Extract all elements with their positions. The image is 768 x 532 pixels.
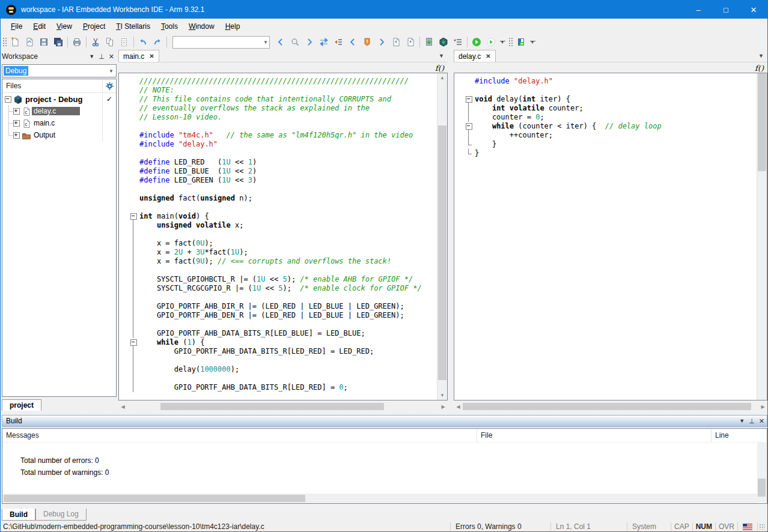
build-panel: Build ▼ ⊥ ✕ Messages File Line Total num… xyxy=(2,415,767,521)
tab-list-icon[interactable]: ▼ xyxy=(439,53,444,59)
minimize-button[interactable]: – xyxy=(684,1,712,19)
new-doc-button[interactable] xyxy=(8,35,22,49)
chevron-down-icon[interactable]: ▼ xyxy=(262,40,269,45)
tab-main-c[interactable]: main.c ✕ xyxy=(118,50,159,62)
tab-close-icon[interactable]: ✕ xyxy=(486,53,490,59)
panel-close-icon[interactable]: ✕ xyxy=(109,53,114,61)
code-editor-main[interactable]: ////////////////////////////////////////… xyxy=(118,73,448,401)
horizontal-scrollbar[interactable]: ◀ ▶ xyxy=(118,402,448,411)
goto-list-button[interactable] xyxy=(331,35,346,49)
debug-no-download-button[interactable] xyxy=(484,35,498,49)
fold-marker[interactable] xyxy=(129,212,139,221)
menu-view[interactable]: View xyxy=(51,20,78,33)
panel-tab-build[interactable]: Build xyxy=(2,509,35,521)
save-all-button[interactable] xyxy=(51,35,66,49)
fold-marker xyxy=(129,365,139,374)
tab-delay-c[interactable]: delay.c ✕ xyxy=(454,50,496,62)
doc-forward-button[interactable] xyxy=(403,35,418,49)
menu-edit[interactable]: Edit xyxy=(28,20,51,33)
toolbar-grip[interactable] xyxy=(508,37,513,47)
tree-item-project-debug[interactable]: project - Debug✓ xyxy=(2,93,116,105)
nav-prev-button[interactable] xyxy=(273,35,288,49)
bookmark-button[interactable] xyxy=(360,35,374,49)
configuration-dropdown[interactable]: Debug ▼ xyxy=(2,64,117,77)
pin-icon[interactable]: ⊥ xyxy=(749,417,755,425)
flash-loader-button[interactable] xyxy=(514,35,528,49)
nav-next-button[interactable] xyxy=(302,35,317,49)
undo-button[interactable] xyxy=(136,35,150,49)
fold-marker[interactable] xyxy=(464,122,475,131)
horizontal-scrollbar[interactable]: ◀ ▶ xyxy=(454,402,767,411)
options-list-button[interactable] xyxy=(451,35,465,49)
download-file-button[interactable] xyxy=(422,35,436,49)
paste-button[interactable] xyxy=(117,35,132,49)
menu-project[interactable]: Project xyxy=(78,20,111,33)
scroll-right-icon[interactable]: ▶ xyxy=(758,404,767,410)
build-horizontal-scrollbar[interactable] xyxy=(2,494,757,503)
fold-margin xyxy=(464,86,475,95)
expand-icon[interactable] xyxy=(13,108,20,115)
resize-grip[interactable] xyxy=(757,522,767,531)
collapse-icon[interactable] xyxy=(5,96,11,103)
toolbar-grip[interactable] xyxy=(2,37,7,47)
scroll-down-icon[interactable]: ▼ xyxy=(437,391,447,400)
menu-tools[interactable]: Tools xyxy=(156,20,183,33)
code-editor-delay[interactable]: #include "delay.h"void delay(int iter) {… xyxy=(454,73,767,401)
close-button[interactable]: ✕ xyxy=(740,1,767,19)
code-line: int volatile counter; xyxy=(464,104,757,113)
maximize-button[interactable]: □ xyxy=(712,1,740,19)
toggle-arrows-button[interactable] xyxy=(317,35,331,49)
doc-back-button[interactable] xyxy=(389,35,403,49)
fold-marker[interactable] xyxy=(129,338,139,347)
menu-file[interactable]: File xyxy=(5,20,28,33)
bookmark-prev-button[interactable] xyxy=(346,35,360,49)
redo-button[interactable] xyxy=(150,35,165,49)
scroll-left-icon[interactable]: ◀ xyxy=(118,404,127,410)
fold-marker[interactable] xyxy=(464,95,475,104)
toolbar-overflow-button[interactable]: ▼ xyxy=(528,35,537,49)
column-file[interactable]: File xyxy=(477,429,712,442)
search-input[interactable] xyxy=(173,38,262,47)
open-doc-button[interactable] xyxy=(22,35,37,49)
search-combobox[interactable]: ▼ xyxy=(172,36,270,49)
code-line: while (1) { xyxy=(129,338,437,347)
column-line[interactable]: Line xyxy=(712,429,767,442)
workspace-tab-project[interactable]: project xyxy=(2,399,41,411)
save-button[interactable] xyxy=(37,35,51,49)
download-debug-button[interactable] xyxy=(469,35,484,49)
make-button[interactable] xyxy=(436,35,451,49)
panel-close-icon[interactable]: ✕ xyxy=(759,417,764,425)
panel-menu-icon[interactable]: ▼ xyxy=(739,418,745,424)
vertical-scrollbar[interactable]: ▲ ▼ xyxy=(437,73,447,400)
menu-window[interactable]: Window xyxy=(183,20,220,33)
vertical-scrollbar[interactable] xyxy=(757,73,767,400)
panel-tab-debug-log[interactable]: Debug Log xyxy=(35,509,87,521)
function-list-button[interactable]: f() xyxy=(435,64,444,73)
tab-close-icon[interactable]: ✕ xyxy=(149,53,154,59)
find-button[interactable] xyxy=(288,35,302,49)
tree-item-main-c[interactable]: cmain.c xyxy=(2,117,116,129)
expand-icon[interactable] xyxy=(13,132,20,139)
expand-icon[interactable] xyxy=(13,120,20,127)
function-list-button[interactable]: f() xyxy=(755,64,764,73)
scroll-up-icon[interactable]: ▲ xyxy=(437,73,447,82)
open-doc-icon xyxy=(25,37,34,47)
tree-item-delay-c[interactable]: cdelay.c xyxy=(2,105,116,117)
cut-button[interactable] xyxy=(88,35,103,49)
build-vertical-scrollbar[interactable] xyxy=(757,442,766,503)
bookmark-next-button[interactable] xyxy=(374,35,389,49)
pin-icon[interactable]: ⊥ xyxy=(99,53,105,61)
print-button[interactable] xyxy=(70,35,84,49)
panel-menu-icon[interactable]: ▼ xyxy=(89,53,94,59)
tree-item-output[interactable]: Output xyxy=(2,129,116,141)
menu-ti-stellaris[interactable]: TI Stellaris xyxy=(111,20,156,33)
settings-column-header[interactable] xyxy=(102,79,116,92)
tab-list-icon[interactable]: ▼ xyxy=(758,53,764,59)
column-messages[interactable]: Messages xyxy=(2,429,477,442)
scroll-right-icon[interactable]: ▶ xyxy=(439,404,448,410)
code-line: void delay(int iter) { xyxy=(464,95,757,104)
scroll-left-icon[interactable]: ◀ xyxy=(454,404,463,410)
toolbar-overflow-button[interactable]: ▼ xyxy=(498,35,507,49)
menu-help[interactable]: Help xyxy=(220,20,246,33)
copy-button[interactable] xyxy=(103,35,117,49)
